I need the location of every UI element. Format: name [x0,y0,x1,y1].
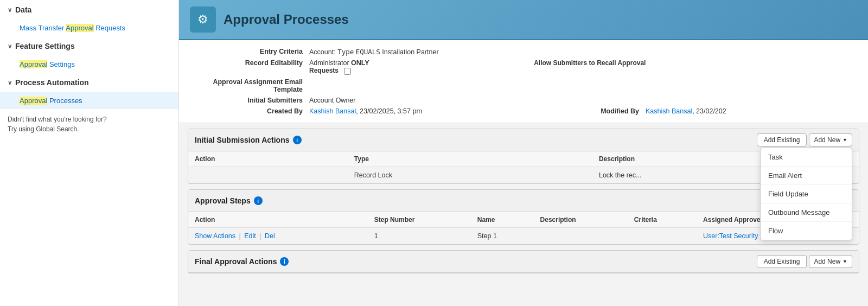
page-header: ⚙ Approval Processes [179,0,868,40]
modified-by-value: Kashish Bansal, 23/02/202 [646,107,857,115]
table-row: Record Lock Lock the rec... [188,167,859,184]
allow-recall-checkbox[interactable] [344,68,351,75]
row-type: Record Lock [348,167,592,184]
final-approval-header: Final Approval Actions i Add Existing Ad… [188,251,859,273]
add-existing-button[interactable]: Add Existing [757,133,807,146]
main-content: ⚙ Approval Processes Entry Criteria Acco… [179,0,868,306]
initial-submitters-label: Initial Submitters [190,97,309,104]
sidebar-item-approval-processes[interactable]: Approval Processes [0,92,178,109]
created-by-label: Created By [190,107,309,115]
row-criteria [628,228,697,245]
initial-submission-section: Initial Submission Actions i Add Existin… [188,129,859,184]
col-description: Description [534,212,628,228]
sidebar-section-process-automation[interactable]: ∨ Process Automation [0,73,178,92]
del-link[interactable]: Del [265,232,275,240]
col-action: Action [188,151,348,167]
record-editability-value: Administrator ONLY Allow Submitters to R… [309,59,857,75]
dropdown-item-field-update[interactable]: Field Update [761,185,852,203]
sidebar-footer: Didn't find what you're looking for? Try… [0,109,178,142]
add-new-button[interactable]: Add New ▼ [809,133,852,146]
col-type: Type [348,151,592,167]
row-description [534,228,628,245]
info-icon-final: i [280,257,289,266]
created-by-value: Kashish Bansal, 23/02/2025, 3:57 pm [309,107,580,115]
chevron-icon: ∨ [8,7,12,14]
info-icon: i [293,136,302,144]
sidebar-item-label: Approval Settings [20,60,75,68]
col-name: Name [471,212,534,228]
col-step-number: Step Number [368,212,471,228]
initial-submission-actions: Add Existing Add New ▼ Task Email Alert … [757,133,852,146]
chevron-icon: ∨ [8,43,12,50]
chevron-icon: ∨ [8,79,12,86]
row-name: Step 1 [471,228,534,245]
final-approval-title: Final Approval Actions i [195,257,289,266]
approval-steps-header: Approval Steps i New Approval... [188,190,859,212]
final-approval-section: Final Approval Actions i Add Existing Ad… [188,250,859,273]
table-row: Show Actions | Edit | Del 1 Step 1 User:… [188,228,859,245]
final-approval-actions: Add Existing Add New ▼ [757,255,852,268]
detail-info: Entry Criteria Account: Type EQUALS Inst… [179,40,868,123]
modified-by-label: Modified By [580,107,646,115]
sidebar-section-data[interactable]: ∨ Data [0,0,178,20]
dropdown-arrow-icon: ▼ [843,137,847,143]
sidebar: ∨ Data Mass Transfer Approval Requests ∨… [0,0,179,306]
final-add-existing-button[interactable]: Add Existing [757,255,807,268]
dropdown-item-flow[interactable]: Flow [761,222,852,240]
approval-steps-title: Approval Steps i [195,196,263,205]
entry-criteria-value: Account: Type EQUALS Installation Partne… [309,48,857,56]
dropdown-item-outbound-message[interactable]: Outbound Message [761,203,852,222]
page-header-icon: ⚙ [190,7,216,33]
sidebar-item-approval-settings[interactable]: Approval Settings [0,56,178,73]
email-template-label: Approval Assignment Email Template [190,78,309,93]
record-editability-label: Record Editability [190,59,309,67]
entry-criteria-label: Entry Criteria [190,48,309,55]
add-new-dropdown-menu: Task Email Alert Field Update Outbound M… [760,148,852,240]
initial-submission-header: Initial Submission Actions i Add Existin… [188,129,859,151]
sidebar-section-feature-settings[interactable]: ∨ Feature Settings [0,36,178,56]
initial-submitters-value: Account Owner [309,97,857,104]
sidebar-section-data-label: Data [15,5,31,14]
approval-steps-section: Approval Steps i New Approval... Action … [188,189,859,245]
page-title: Approval Processes [224,12,349,27]
edit-link[interactable]: Edit [244,232,256,240]
initial-submission-table: Action Type Description Record Lock Lock… [188,151,859,183]
dropdown-item-task[interactable]: Task [761,148,852,167]
row-action [188,167,348,184]
info-icon-steps: i [254,196,263,205]
add-new-dropdown-container: Add New ▼ Task Email Alert Field Update … [809,133,852,146]
approval-steps-table: Action Step Number Name Description Crit… [188,212,859,244]
sidebar-section-feature-settings-label: Feature Settings [15,42,75,50]
row-action: Show Actions | Edit | Del [188,228,368,245]
col-action: Action [188,212,368,228]
sidebar-item-label: Mass Transfer Approval Requests [20,24,125,32]
sidebar-item-mass-transfer[interactable]: Mass Transfer Approval Requests [0,20,178,36]
row-step-number: 1 [368,228,471,245]
dropdown-item-email-alert[interactable]: Email Alert [761,167,852,185]
sidebar-item-label: Approval Processes [20,97,82,105]
sidebar-section-process-automation-label: Process Automation [15,78,89,87]
col-criteria: Criteria [628,212,697,228]
initial-submission-title: Initial Submission Actions i [195,136,302,144]
dropdown-arrow-icon: ▼ [843,259,847,264]
final-add-new-button[interactable]: Add New ▼ [809,255,852,268]
show-actions-link[interactable]: Show Actions [195,232,235,240]
